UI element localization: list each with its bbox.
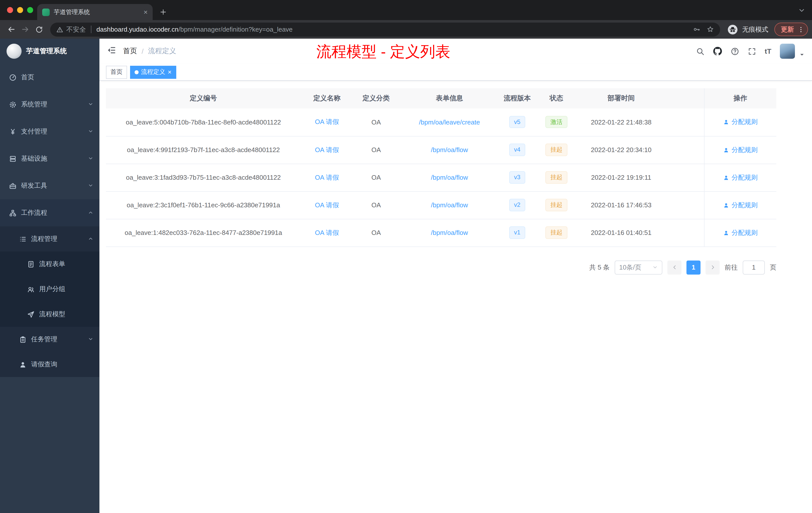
font-size-icon[interactable]: tT	[765, 47, 771, 55]
assign-rule-link[interactable]: 分配规则	[723, 173, 758, 182]
sidebar-item-dev-tools[interactable]: 研发工具	[0, 172, 99, 199]
form-link[interactable]: /bpm/oa/leave/create	[419, 118, 480, 126]
definition-name-link[interactable]: OA 请假	[315, 118, 339, 126]
chevron-down-icon	[88, 128, 93, 135]
app-navbar: 首页 / 流程定义 tT	[99, 39, 812, 64]
definition-id: oa_leave:3:1fad3d93-7b75-11ec-a3c8-acde4…	[126, 174, 281, 181]
user-icon	[723, 119, 729, 125]
back-button[interactable]	[4, 22, 18, 36]
assign-rule-link[interactable]: 分配规则	[723, 118, 758, 127]
column-header: 定义分类	[353, 88, 399, 109]
form-link[interactable]: /bpm/oa/flow	[431, 201, 468, 209]
sidebar-item-process-management[interactable]: 流程管理	[0, 227, 99, 251]
tab-close-icon[interactable]: ×	[144, 8, 148, 16]
page-content: 定义编号 定义名称 定义分类 表单信息 流程版本 状态 部署时间 操作	[99, 81, 812, 513]
app-title: 芋道管理系统	[26, 47, 67, 56]
sidebar-item-process-form[interactable]: 流程表单	[0, 251, 99, 277]
assign-rule-link[interactable]: 分配规则	[723, 201, 758, 210]
sidebar-item-home[interactable]: 首页	[0, 64, 99, 91]
window-minimize-button[interactable]	[17, 7, 23, 13]
assign-rule-link[interactable]: 分配规则	[723, 228, 758, 237]
fullscreen-icon[interactable]	[748, 47, 756, 56]
breadcrumb-home[interactable]: 首页	[123, 47, 137, 56]
form-link[interactable]: /bpm/oa/flow	[431, 229, 468, 236]
users-icon	[27, 285, 35, 293]
page-number-1[interactable]: 1	[687, 260, 700, 274]
chevron-down-icon	[88, 155, 93, 162]
user-avatar[interactable]	[780, 44, 795, 59]
tag-process-definition[interactable]: 流程定义 ×	[130, 65, 176, 79]
sidebar-item-system[interactable]: 系统管理	[0, 91, 99, 118]
new-tab-button[interactable]	[157, 5, 170, 19]
security-label: 不安全	[66, 25, 86, 34]
forward-arrow-icon	[21, 25, 29, 34]
chevron-left-icon	[672, 265, 677, 270]
chevron-up-icon	[88, 209, 93, 217]
tag-home[interactable]: 首页	[106, 65, 127, 79]
deploy-time: 2022-01-16 01:40:51	[591, 229, 651, 236]
sidebar-item-label: 系统管理	[21, 100, 47, 109]
password-key-icon[interactable]	[693, 26, 700, 33]
sidebar-item-task-management[interactable]: 任务管理	[0, 327, 99, 352]
reload-button[interactable]	[32, 22, 46, 36]
browser-tab[interactable]: 芋道管理系统 ×	[37, 4, 153, 20]
window-controls	[7, 7, 33, 13]
search-icon[interactable]	[696, 47, 704, 56]
address-bar[interactable]: 不安全 dashboard.yudao.iocoder.cn/bpm/manag…	[50, 22, 720, 36]
sidebar-item-label: 首页	[21, 73, 34, 82]
sidebar-fold-button[interactable]	[107, 46, 116, 57]
version-badge: v3	[509, 172, 525, 183]
goto-page-input[interactable]	[743, 260, 765, 274]
deploy-time: 2022-01-22 20:34:10	[591, 146, 651, 154]
assign-rule-label: 分配规则	[732, 173, 758, 182]
browser-tab-strip: 芋道管理系统 ×	[0, 0, 812, 20]
sidebar-item-user-group[interactable]: 用户分组	[0, 277, 99, 302]
user-icon	[723, 202, 729, 208]
chevron-down-icon	[88, 101, 93, 108]
definition-name-link[interactable]: OA 请假	[315, 201, 339, 209]
incognito-icon	[727, 24, 738, 35]
sidebar-item-infrastructure[interactable]: 基础设施	[0, 145, 99, 172]
table-row: oa_leave:2:3c1f0ef1-76b1-11ec-9c66-a2380…	[106, 191, 776, 219]
sidebar-item-leave-query[interactable]: 请假查询	[0, 352, 99, 377]
menu-dots-icon[interactable]	[798, 26, 805, 33]
help-icon[interactable]	[731, 47, 739, 56]
github-icon[interactable]	[713, 47, 722, 56]
next-page-button[interactable]	[705, 260, 720, 274]
forward-button[interactable]	[18, 22, 32, 36]
assign-rule-label: 分配规则	[732, 228, 758, 237]
window-zoom-button[interactable]	[27, 7, 33, 13]
assign-rule-link[interactable]: 分配规则	[723, 145, 758, 154]
form-link[interactable]: /bpm/oa/flow	[431, 174, 468, 181]
definition-name-link[interactable]: OA 请假	[315, 146, 339, 153]
security-chip[interactable]: 不安全	[56, 25, 86, 34]
breadcrumb-current: 流程定义	[148, 47, 176, 56]
status-badge: 挂起	[545, 144, 568, 156]
tag-close-icon[interactable]: ×	[168, 69, 172, 75]
definition-name-link[interactable]: OA 请假	[315, 229, 339, 236]
sidebar-item-label: 请假查询	[31, 360, 57, 369]
sidebar-item-workflow[interactable]: 工作流程	[0, 199, 99, 227]
tab-search-button[interactable]	[799, 6, 805, 16]
table-row: oa_leave:5:004b710b-7b8a-11ec-8ef0-acde4…	[106, 109, 776, 136]
chevron-right-icon	[710, 265, 715, 270]
prev-page-button[interactable]	[667, 260, 682, 274]
browser-update-button[interactable]: 更新	[774, 23, 808, 36]
definition-category: OA	[371, 118, 381, 126]
table-row: oa_leave:3:1fad3d93-7b75-11ec-a3c8-acde4…	[106, 163, 776, 191]
column-header: 定义名称	[301, 88, 353, 109]
table-header-row: 定义编号 定义名称 定义分类 表单信息 流程版本 状态 部署时间 操作	[106, 88, 776, 109]
chevron-down-icon	[652, 265, 658, 270]
incognito-label: 无痕模式	[742, 25, 768, 34]
sidebar-item-payment[interactable]: 支付管理	[0, 118, 99, 145]
table-row: oa_leave:4:991f2193-7b7f-11ec-a3c8-acde4…	[106, 136, 776, 163]
app-logo-row[interactable]: 芋道管理系统	[0, 39, 99, 64]
breadcrumb-separator: /	[142, 47, 144, 55]
url-text: dashboard.yudao.iocoder.cn/bpm/manager/d…	[96, 26, 292, 33]
page-size-select[interactable]: 10条/页	[615, 260, 662, 274]
window-close-button[interactable]	[7, 7, 13, 13]
bookmark-star-icon[interactable]	[706, 26, 714, 33]
definition-name-link[interactable]: OA 请假	[315, 174, 339, 181]
sidebar-item-process-model[interactable]: 流程模型	[0, 302, 99, 327]
form-link[interactable]: /bpm/oa/flow	[431, 146, 468, 154]
